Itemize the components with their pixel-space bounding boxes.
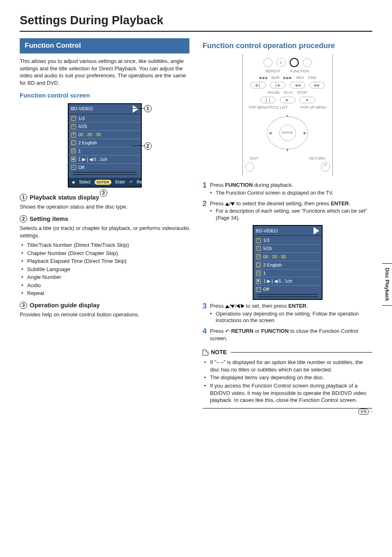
remote-skip-back-button: ◀❙ — [250, 82, 266, 88]
badge-2: 2 — [20, 215, 27, 223]
fc-repeat-value: Off — [78, 165, 84, 171]
s3-body: Provides help on remote control button o… — [20, 311, 189, 318]
title-rule — [20, 31, 372, 32]
note-icon — [203, 350, 208, 355]
s2-item: Angle Number — [21, 274, 189, 281]
section-tab: Disc Playback — [382, 263, 392, 306]
remote-rev-button: ◀◀ — [290, 82, 305, 88]
guide-enter-pill: ENTER — [95, 180, 111, 185]
fc-panel: BD-VIDEO T1/3 C5/25 ⏱00 : 20 : 30 ◯2 Eng… — [68, 103, 142, 188]
remote-pause-button: ❙❙ — [260, 97, 276, 103]
fc-panel-small: BD-VIDEO T1/3 C5/25 ⏱00 : 20 : 30 ◯2 Eng… — [253, 225, 323, 300]
left-column: Function Control This allows you to adju… — [20, 38, 189, 408]
play-icon — [314, 227, 319, 234]
left-arrow-icon — [236, 304, 240, 308]
note-item: If "– –" is displayed for an option like… — [204, 359, 372, 373]
step-3-text: Press /// to set, then press ENTER. — [210, 302, 372, 310]
note-label: NOTE — [211, 348, 227, 356]
fc-title-value: 1/3 — [78, 116, 85, 122]
step-4-text: Press ↶ RETURN or FUNCTION to close the … — [210, 327, 372, 342]
remote-popup-label: POP-UP MENU — [300, 105, 326, 110]
chapter-icon: C — [71, 124, 76, 129]
remote-exit-button — [245, 162, 254, 172]
s1-title: Playback status display — [30, 193, 99, 202]
function-control-figure: BD-VIDEO T1/3 C5/25 ⏱00 : 20 : 30 ◯2 Eng… — [47, 103, 162, 188]
step-num: 3 — [203, 302, 207, 325]
notes-list: If "– –" is displayed for an option like… — [203, 359, 372, 404]
remote-exit-label: EXIT — [250, 156, 258, 161]
right-heading: Function control operation procedure — [203, 42, 372, 51]
step-num: 4 — [203, 327, 207, 343]
remote-stop-label: STOP — [297, 90, 307, 95]
remote-rev-label: REV — [296, 75, 304, 80]
s2-body: Selects a title (or track) or chapter fo… — [20, 225, 189, 239]
right-column: Function control operation procedure 0 R… — [203, 38, 372, 408]
remote-skip-label: SKIP — [271, 75, 280, 80]
remote-dpad: ▲ ▼ ◀ ▶ ENTER — [263, 112, 312, 153]
s2-item: Chapter Number (Direct Chapter Skip) — [21, 250, 189, 257]
fc-chapter-value: 5/25 — [78, 123, 87, 130]
step-2-text: Press / to select the desired setting, t… — [210, 200, 372, 207]
note-heading: NOTE — [203, 348, 372, 356]
page-footer: EN- — [358, 408, 372, 415]
fc-guide-bar: ◆Select ENTEREnter ↶Return — [69, 178, 141, 187]
fc-time-value: 00 : 20 : 30 — [78, 132, 101, 138]
s2-item: Audio — [21, 282, 189, 289]
remote-fwd-label: FWD — [308, 75, 317, 80]
return-icon: ↶ — [225, 329, 230, 334]
s2-title: Setting items — [30, 215, 68, 223]
remote-return-button: ↶ — [321, 162, 330, 172]
note-item: If you access the Function Control scree… — [204, 382, 372, 404]
function-control-band: Function Control — [20, 38, 189, 53]
step-num: 2 — [203, 200, 207, 223]
guide-select: Select — [79, 179, 91, 185]
footer-lang: EN — [358, 408, 369, 415]
screen-heading: Function control screen — [20, 91, 189, 100]
remote-stop-button: ■ — [300, 97, 315, 103]
remote-enter-button: ENTER — [279, 125, 296, 141]
guide-return: Return — [137, 179, 149, 185]
callout-1: 1 — [144, 105, 152, 112]
badge-3: 3 — [20, 302, 27, 309]
guide-enter: Enter — [115, 179, 125, 185]
remote-zero-button: 0 — [277, 58, 286, 67]
step-1-text: Press FUNCTION during playback. — [210, 181, 372, 189]
step-1-note: The Function Control screen is displayed… — [210, 190, 372, 197]
note-item: The displayed items vary depending on th… — [204, 374, 372, 381]
remote-repeat-button — [263, 58, 272, 67]
angle-icon: ◳ — [71, 149, 76, 153]
down-arrow-icon — [231, 305, 235, 308]
page-title: Settings During Playback — [20, 12, 372, 28]
s2-item: Playback Elapsed Time (Direct Time Skip) — [21, 258, 189, 265]
intro-text: This allows you to adjust various settin… — [20, 58, 189, 86]
step-3-note: Operations vary depending on the setting… — [210, 311, 372, 325]
remote-play-button: ▶ — [280, 97, 295, 103]
remote-pause-label: PAUSE — [267, 90, 280, 95]
callout-3: 3 — [100, 189, 107, 197]
s1-body: Shows the operation status and the disc … — [20, 203, 189, 211]
remote-blank-button — [303, 58, 312, 67]
audio-icon: ◉ — [71, 157, 76, 162]
title-icon: T — [71, 116, 76, 121]
fc-audio-value: 1 ▶❘◀ 5 . 1ch — [78, 156, 107, 162]
up-arrow-icon — [225, 305, 229, 308]
remote-function-button — [290, 58, 299, 67]
s3-title: Operation guide display — [30, 301, 100, 309]
remote-repeat-label: REPEAT — [266, 69, 280, 74]
up-arrow-icon — [225, 202, 229, 206]
fc-header-label: BD-VIDEO — [71, 106, 93, 112]
subtitle-icon: ◯ — [71, 140, 76, 145]
procedure-steps: 1 Press FUNCTION during playback. The Fu… — [203, 181, 372, 343]
fc-subtitle-value: 2 English — [78, 140, 97, 146]
step-2-note: For a description of each setting, see "… — [210, 208, 372, 222]
remote-play-label: PLAY — [284, 90, 293, 95]
s2-item: Repeat — [21, 290, 189, 297]
callout-2: 2 — [144, 142, 152, 150]
clock-icon: ⏱ — [71, 132, 76, 137]
s2-item: Subtitle Language — [21, 266, 189, 273]
remote-topmenu-label: TOP MENU/TITLE LIST — [249, 105, 288, 110]
step-num: 1 — [203, 181, 207, 197]
down-arrow-icon — [231, 202, 235, 206]
remote-skip-fwd-button: ❙▶ — [270, 82, 286, 88]
s2-item: Title/Track Number (Direct Title/Track S… — [21, 241, 189, 249]
